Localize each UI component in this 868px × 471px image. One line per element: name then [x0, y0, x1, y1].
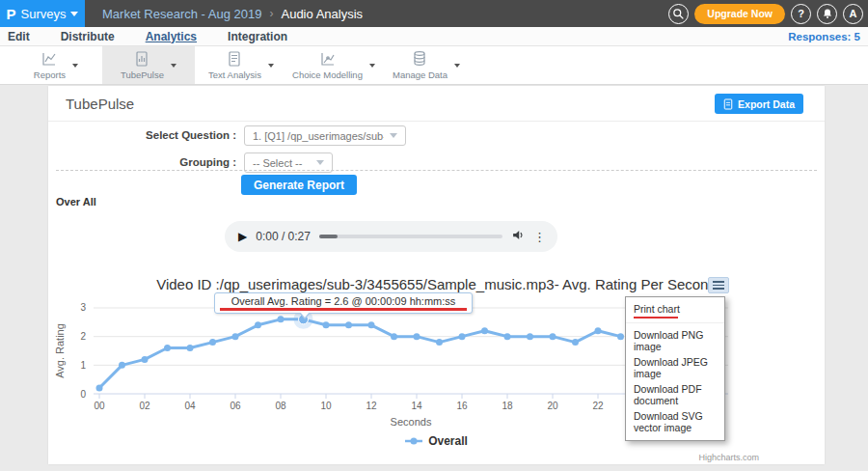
- chart-context-menu-button[interactable]: [708, 277, 729, 293]
- legend-marker-icon: [405, 436, 422, 446]
- tooltip-arrow: [299, 313, 311, 319]
- nav-item-edit[interactable]: Edit: [8, 30, 30, 43]
- svg-text:04: 04: [184, 401, 196, 411]
- chevron-down-icon: [171, 64, 176, 68]
- grouping-label: Grouping :: [48, 156, 236, 168]
- form-separator: [56, 170, 817, 171]
- menu-item-download-svg[interactable]: Download SVG vector image: [626, 408, 724, 435]
- product-name: Surveys: [21, 7, 67, 21]
- speaker-icon: [511, 229, 525, 241]
- notifications-button[interactable]: [817, 4, 837, 24]
- svg-text:14: 14: [411, 401, 422, 411]
- search-button[interactable]: [668, 4, 689, 24]
- highcharts-credit[interactable]: Highcharts.com: [698, 453, 759, 462]
- svg-text:0: 0: [80, 389, 86, 400]
- chevron-down-icon: [369, 64, 375, 68]
- header-actions: Upgrade Now ? A: [668, 4, 863, 24]
- responses-count[interactable]: Responses: 5: [788, 31, 860, 42]
- svg-text:22: 22: [592, 401, 604, 411]
- select-question-label: Select Question :: [48, 129, 236, 141]
- menu-item-download-png[interactable]: Download PNG image: [626, 327, 724, 354]
- chevron-down-icon: [70, 12, 78, 16]
- chart-legend[interactable]: Overall: [48, 434, 825, 448]
- nav-item-analytics[interactable]: Analytics: [146, 30, 197, 43]
- audio-player: ▶ 0:00 / 0:27 ⋮: [225, 221, 557, 252]
- panel-header: TubePulse Export Data: [48, 86, 825, 122]
- chart-export-menu: Print chart Download PNG image Download …: [625, 296, 725, 441]
- toolbar-item-tubepulse[interactable]: TubePulse: [102, 46, 195, 84]
- chart-tooltip: Overall Avg. Rating = 2.6 @ 00:00:09 hh:…: [214, 292, 473, 314]
- nav-item-integration[interactable]: Integration: [228, 30, 287, 43]
- line-chart-icon: [41, 50, 58, 68]
- svg-text:3: 3: [80, 302, 86, 313]
- choice-chart-icon: [319, 50, 337, 68]
- select-question-dropdown[interactable]: 1. [Q1] /qp_userimages/sub-3/3455655/S..…: [244, 125, 406, 146]
- player-time: 0:00 / 0:27: [256, 230, 311, 243]
- annotation-underline: [220, 308, 467, 311]
- breadcrumb-survey-link[interactable]: Market Research - Aug 2019: [102, 7, 261, 21]
- panel-title: TubePulse: [66, 96, 134, 112]
- svg-text:18: 18: [502, 401, 513, 411]
- svg-text:08: 08: [275, 401, 286, 411]
- seek-bar[interactable]: [319, 235, 502, 238]
- tubepulse-icon: [133, 50, 150, 68]
- menu-item-print-chart[interactable]: Print chart: [626, 301, 724, 317]
- svg-text:2: 2: [80, 331, 86, 342]
- generate-report-button[interactable]: Generate Report: [241, 175, 357, 195]
- toolbar-item-choice-modelling[interactable]: Choice Modelling: [287, 46, 380, 84]
- toolbar-item-text-analysis[interactable]: Text Analysis: [195, 46, 287, 84]
- svg-text:12: 12: [366, 401, 377, 411]
- svg-text:06: 06: [230, 401, 241, 411]
- database-icon: [411, 50, 428, 68]
- upgrade-now-button[interactable]: Upgrade Now: [694, 4, 785, 24]
- chart-container: Video ID :/qp_userimages/sub-3/3455655/S…: [48, 274, 825, 464]
- legend-item-overall: Overall: [428, 434, 468, 448]
- svg-text:20: 20: [547, 401, 558, 411]
- export-data-button[interactable]: Export Data: [715, 94, 803, 114]
- help-button[interactable]: ?: [791, 4, 811, 24]
- questionpro-logo: P: [7, 6, 16, 22]
- text-document-icon: [226, 50, 243, 68]
- menu-separator: [626, 322, 724, 323]
- app-header: P Surveys Market Research - Aug 2019 › A…: [0, 0, 868, 27]
- toolbar-item-manage-data[interactable]: Manage Data: [380, 46, 473, 84]
- overall-section-label: Over All: [56, 196, 96, 208]
- breadcrumb-separator-icon: ›: [269, 7, 273, 20]
- export-file-icon: [723, 98, 733, 110]
- nav-item-distribute[interactable]: Distribute: [61, 30, 115, 43]
- chevron-down-icon: [390, 133, 397, 138]
- tooltip-text: Overall Avg. Rating = 2.6 @ 00:00:09 hh:…: [231, 295, 456, 307]
- breadcrumb: Market Research - Aug 2019 › Audio Analy…: [102, 7, 363, 21]
- chevron-down-icon: [316, 160, 324, 165]
- svg-text:16: 16: [456, 401, 468, 411]
- svg-text:Avg. Rating: Avg. Rating: [54, 323, 66, 378]
- menu-item-download-jpeg[interactable]: Download JPEG image: [626, 354, 724, 381]
- search-icon: [672, 8, 685, 20]
- page-content: TubePulse Export Data Select Question : …: [0, 86, 868, 471]
- play-button[interactable]: ▶: [238, 230, 247, 243]
- volume-button[interactable]: [511, 229, 525, 244]
- hamburger-icon: [713, 281, 724, 283]
- toolbar-item-reports[interactable]: Reports: [10, 46, 102, 84]
- svg-text:1: 1: [80, 360, 86, 371]
- tubepulse-panel: TubePulse Export Data Select Question : …: [48, 86, 825, 464]
- svg-text:Seconds: Seconds: [391, 416, 432, 428]
- chevron-down-icon: [268, 64, 274, 68]
- player-menu-button[interactable]: ⋮: [533, 231, 546, 243]
- svg-text:00: 00: [94, 401, 105, 411]
- bell-icon: [822, 8, 833, 19]
- svg-text:02: 02: [139, 401, 150, 411]
- annotation-underline: [634, 317, 678, 319]
- product-switcher[interactable]: P Surveys: [0, 0, 85, 27]
- account-avatar[interactable]: A: [843, 4, 863, 24]
- survey-nav: Edit Distribute Analytics Integration Re…: [0, 27, 868, 46]
- seek-bar-progress: [319, 235, 338, 238]
- svg-text:10: 10: [320, 401, 332, 411]
- chevron-down-icon: [72, 64, 78, 68]
- breadcrumb-current-page: Audio Analysis: [281, 7, 363, 21]
- analytics-toolbar: Reports TubePulse Text Analysis Choice M…: [0, 46, 868, 85]
- menu-item-download-pdf[interactable]: Download PDF document: [626, 381, 724, 408]
- chevron-down-icon: [454, 64, 460, 68]
